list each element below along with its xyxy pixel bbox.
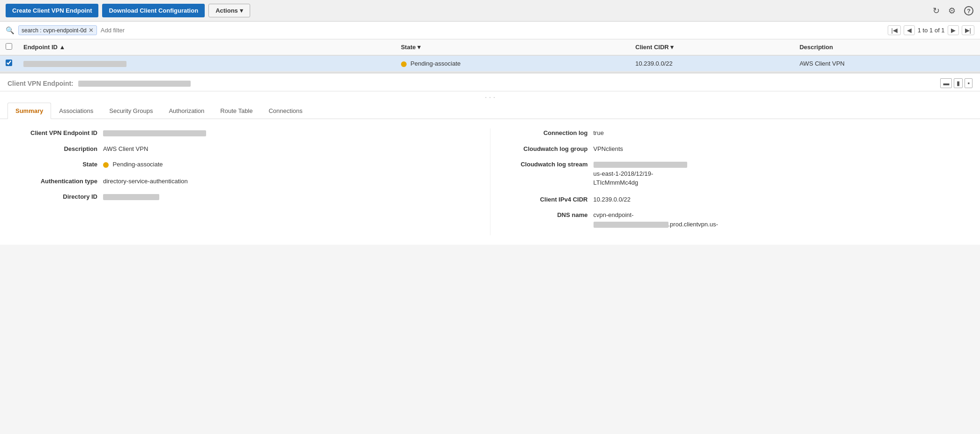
help-button[interactable]: ? [963,5,974,17]
field-dns-name: DNS name cvpn-endpoint- .prod.clientvpn.… [509,210,971,229]
field-value-cw-log-group: VPNclients [594,144,971,154]
state-dot-detail-icon [103,162,109,168]
search-tag-close-icon[interactable]: ✕ [89,27,94,34]
field-cw-log-stream: Cloudwatch log stream us-east-1-2018/12/… [509,160,971,187]
tab-connections[interactable]: Connections [260,103,310,119]
field-label-dns-name: DNS name [509,210,594,220]
download-config-button[interactable]: Download Client Configuration [102,4,205,17]
row-checkbox[interactable] [6,60,12,66]
page-next-button[interactable]: ▶ [948,25,959,35]
field-description: Description AWS Client VPN [19,144,481,154]
field-auth-type: Authentication type directory-service-au… [19,177,481,186]
page-last-button[interactable]: ▶| [962,25,974,35]
add-filter-input[interactable] [101,27,884,34]
toolbar: Create Client VPN Endpoint Download Clie… [0,0,980,22]
refresh-button[interactable]: ↻ [932,5,941,17]
refresh-icon: ↻ [933,6,940,15]
row-state-text: Pending-associate [410,60,460,67]
dns-name-redacted [594,222,668,228]
cw-stream-redacted [594,162,687,168]
summary-left-col: Client VPN Endpoint ID Description AWS C… [0,128,490,235]
row-client-cidr: 10.239.0.0/22 [630,55,794,72]
field-value-state: Pending-associate [103,160,481,169]
detail-panel: Client VPN Endpoint: ▬ ▮ ▪ · · · Summary… [0,72,980,245]
view-split-h-icon: ▬ [943,80,949,87]
view-full-icon: ▪ [967,80,970,87]
search-bar: 🔍 search : cvpn-endpoint-0d ✕ |◀ ◀ 1 to … [0,22,980,39]
tab-route-table[interactable]: Route Table [212,103,260,119]
pagination: |◀ ◀ 1 to 1 of 1 ▶ ▶| [888,25,974,35]
field-directory-id: Directory ID [19,192,481,202]
search-tag-text: search : cvpn-endpoint-0d [22,27,87,34]
detail-tabs: Summary Associations Security Groups Aut… [0,103,980,119]
row-description: AWS Client VPN [794,55,980,72]
endpoint-id-redacted [23,61,126,67]
field-label-ipv4-cidr: Client IPv4 CIDR [509,195,594,204]
col-client-cidr[interactable]: Client CIDR ▾ [630,39,794,55]
field-label-directory-id: Directory ID [19,192,103,202]
row-checkbox-col [0,55,18,72]
table-header-row: Endpoint ID ▲ State ▾ Client CIDR ▾ Desc… [0,39,980,55]
directory-id-redacted [103,194,159,200]
tab-authorization[interactable]: Authorization [161,103,212,119]
field-label-state: State [19,160,103,169]
row-state: Pending-associate [395,55,630,72]
table-row[interactable]: Pending-associate 10.239.0.0/22 AWS Clie… [0,55,980,72]
settings-button[interactable]: ⚙ [947,5,957,17]
actions-button[interactable]: Actions ▾ [208,4,250,17]
detail-title: Client VPN Endpoint: [7,80,191,87]
select-all-checkbox[interactable] [6,43,12,50]
actions-chevron-icon: ▾ [240,7,243,14]
page-prev-icon: ◀ [907,27,912,34]
field-value-directory-id [103,192,481,202]
field-connection-log: Connection log true [509,128,971,138]
field-value-auth-type: directory-service-authentication [103,177,481,186]
page-prev-button[interactable]: ◀ [904,25,915,35]
actions-label: Actions [215,7,238,14]
endpoint-id-value-redacted [103,130,206,136]
field-value-ipv4-cidr: 10.239.0.0/22 [594,195,971,204]
page-next-icon: ▶ [951,27,956,34]
field-cw-log-group: Cloudwatch log group VPNclients [509,144,971,154]
field-value-endpoint-id [103,128,481,138]
field-state: State Pending-associate [19,160,481,169]
state-dot-icon [401,61,407,67]
field-label-description: Description [19,144,103,154]
help-icon: ? [964,6,973,15]
endpoints-table-wrap: Endpoint ID ▲ State ▾ Client CIDR ▾ Desc… [0,39,980,72]
settings-icon: ⚙ [948,6,956,15]
view-split-vertical-button[interactable]: ▮ [954,78,963,88]
col-endpoint-id[interactable]: Endpoint ID ▲ [18,39,395,55]
page-first-icon: |◀ [891,27,897,34]
detail-view-buttons: ▬ ▮ ▪ [940,78,973,88]
view-split-v-icon: ▮ [957,80,960,87]
view-split-horizontal-button[interactable]: ▬ [940,78,952,88]
create-vpn-endpoint-button[interactable]: Create Client VPN Endpoint [6,4,98,17]
tab-security-groups[interactable]: Security Groups [101,103,161,119]
detail-header: Client VPN Endpoint: ▬ ▮ ▪ [0,74,980,91]
summary-content: Client VPN Endpoint ID Description AWS C… [0,119,980,245]
field-value-connection-log: true [594,128,971,138]
page-last-icon: ▶| [965,27,971,34]
resize-handle[interactable]: · · · [0,91,980,102]
field-value-dns-name: cvpn-endpoint- .prod.clientvpn.us- [594,210,971,229]
sort-neutral-icon: ▾ [417,44,421,51]
field-value-cw-log-stream: us-east-1-2018/12/19- LTIcMmmMc4dg [594,160,971,187]
field-value-description: AWS Client VPN [103,144,481,154]
col-state[interactable]: State ▾ [395,39,630,55]
field-label-connection-log: Connection log [509,128,594,138]
summary-right-col: Connection log true Cloudwatch log group… [490,128,980,235]
sort-asc-icon: ▲ [59,44,66,51]
select-all-col [0,39,18,55]
detail-title-label: Client VPN Endpoint: [7,80,74,87]
tab-associations[interactable]: Associations [51,103,101,119]
page-first-button[interactable]: |◀ [888,25,900,35]
search-tag: search : cvpn-endpoint-0d ✕ [18,25,97,35]
row-endpoint-id [18,55,395,72]
col-description: Description [794,39,980,55]
tab-summary[interactable]: Summary [7,103,51,119]
endpoints-table: Endpoint ID ▲ State ▾ Client CIDR ▾ Desc… [0,39,980,72]
field-label-cw-log-stream: Cloudwatch log stream [509,160,594,169]
view-full-button[interactable]: ▪ [965,78,973,88]
field-label-cw-log-group: Cloudwatch log group [509,144,594,154]
